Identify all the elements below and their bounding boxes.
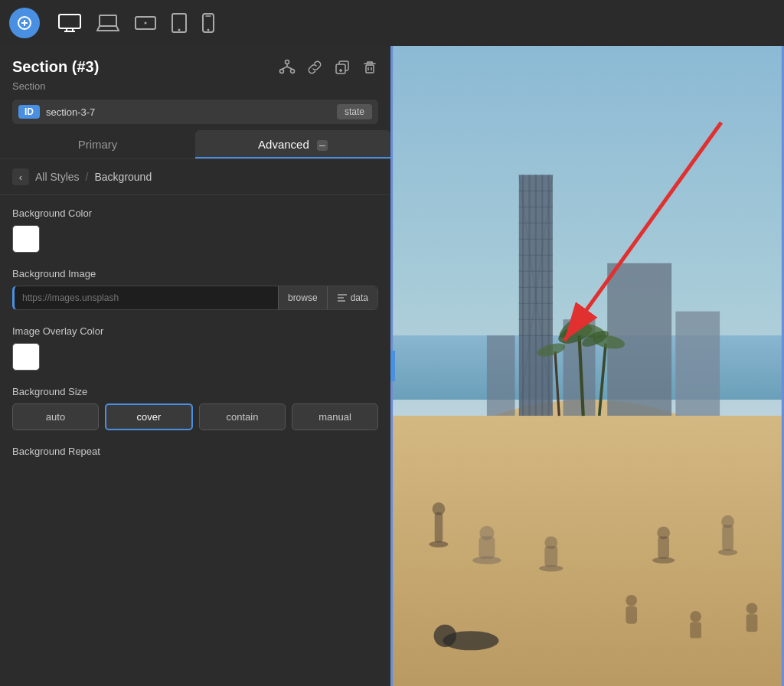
svg-rect-36 (522, 175, 524, 416)
size-btn-auto[interactable]: auto (12, 403, 99, 430)
svg-point-76 (433, 502, 446, 515)
svg-line-20 (287, 67, 292, 70)
tab-primary[interactable]: Primary (0, 130, 195, 158)
breadcrumb-separator: / (86, 171, 89, 183)
background-size-buttons: auto cover contain manual (12, 403, 378, 430)
size-btn-contain[interactable]: contain (199, 403, 286, 430)
element-header: Section (#3) (0, 46, 390, 130)
svg-point-88 (721, 515, 734, 528)
tablet-portrait-icon[interactable] (172, 13, 187, 33)
svg-rect-58 (619, 283, 626, 293)
svg-rect-64 (487, 335, 515, 416)
background-color-row (12, 225, 378, 253)
background-image-field: Background Image browse data (12, 268, 378, 310)
svg-point-91 (626, 595, 637, 606)
element-actions (279, 59, 378, 76)
svg-rect-56 (643, 267, 649, 277)
background-image-input-row: browse data (12, 286, 378, 310)
svg-point-9 (145, 22, 147, 24)
image-overlay-field: Image Overlay Color (12, 325, 378, 371)
add-button[interactable] (9, 8, 40, 38)
svg-point-13 (207, 29, 210, 31)
svg-rect-37 (528, 175, 530, 416)
link-icon[interactable] (306, 59, 323, 76)
svg-rect-94 (690, 622, 701, 639)
svg-rect-25 (366, 65, 374, 73)
tablet-landscape-icon[interactable] (135, 15, 156, 31)
svg-point-93 (690, 611, 701, 622)
svg-rect-96 (746, 614, 758, 632)
breadcrumb-current: Background (94, 171, 152, 183)
id-row: ID section-3-7 state (12, 100, 378, 124)
svg-point-90 (434, 625, 456, 647)
desktop-device-icon[interactable] (58, 14, 81, 32)
mobile-device-icon[interactable] (202, 13, 214, 33)
svg-point-79 (479, 526, 494, 541)
id-badge: ID (18, 105, 40, 119)
tab-advanced[interactable]: Advanced – (195, 130, 390, 158)
size-btn-cover[interactable]: cover (105, 403, 193, 430)
svg-rect-92 (626, 606, 637, 624)
svg-rect-60 (643, 283, 649, 293)
hierarchy-icon[interactable] (279, 59, 296, 76)
style-content: Background Color Background Image browse (0, 195, 390, 479)
right-preview (390, 46, 784, 686)
background-image-label: Background Image (12, 268, 378, 279)
background-image-url-input[interactable] (15, 286, 278, 309)
svg-rect-7 (100, 15, 116, 26)
delete-icon[interactable] (361, 59, 378, 76)
svg-rect-75 (435, 512, 443, 543)
svg-rect-84 (658, 536, 669, 558)
svg-rect-87 (722, 525, 733, 551)
background-repeat-label: Background Repeat (12, 446, 378, 457)
svg-rect-61 (655, 283, 662, 293)
duplicate-icon[interactable] (334, 59, 351, 76)
svg-point-82 (544, 536, 557, 549)
svg-point-15 (286, 60, 289, 64)
state-button[interactable]: state (337, 104, 372, 119)
element-title: Section (#3) (12, 58, 99, 76)
device-switcher (58, 13, 214, 33)
tab-minus-icon: – (317, 140, 328, 151)
overlay-color-swatch[interactable] (12, 343, 40, 371)
data-icon (337, 293, 348, 302)
svg-point-17 (291, 69, 295, 73)
svg-point-95 (746, 603, 758, 614)
breadcrumb-all-styles[interactable]: All Styles (35, 171, 80, 183)
svg-rect-54 (619, 267, 626, 277)
background-repeat-field: Background Repeat (12, 446, 378, 463)
svg-line-19 (282, 67, 287, 70)
id-value: section-3-7 (46, 106, 331, 118)
svg-point-85 (657, 527, 670, 540)
breadcrumb-back-button[interactable]: ‹ (12, 168, 29, 185)
main-layout: Section (#3) (0, 46, 784, 686)
svg-rect-59 (632, 283, 638, 293)
size-btn-manual[interactable]: manual (292, 403, 378, 430)
toolbar (0, 0, 784, 46)
background-color-label: Background Color (12, 207, 378, 219)
background-color-swatch[interactable] (12, 225, 40, 253)
data-button[interactable]: data (327, 286, 377, 309)
background-color-field: Background Color (12, 207, 378, 253)
background-size-label: Background Size (12, 386, 378, 397)
svg-point-11 (178, 29, 181, 31)
svg-rect-3 (59, 15, 80, 28)
background-size-field: Background Size auto cover contain manua… (12, 386, 378, 430)
browse-button[interactable]: browse (278, 286, 327, 309)
preview-canvas (390, 46, 784, 686)
svg-point-16 (280, 69, 284, 73)
collapse-handle[interactable] (390, 351, 395, 381)
svg-rect-55 (632, 267, 638, 277)
element-type: Section (12, 80, 378, 92)
laptop-device-icon[interactable] (96, 14, 119, 32)
svg-rect-57 (655, 267, 662, 277)
svg-rect-62 (675, 312, 720, 416)
overlay-color-row (12, 343, 378, 371)
svg-rect-39 (541, 175, 543, 416)
left-panel: Section (#3) (0, 46, 390, 686)
tabs: Primary Advanced – (0, 130, 390, 159)
svg-rect-40 (548, 175, 550, 416)
breadcrumb: ‹ All Styles / Background (0, 159, 390, 195)
image-overlay-label: Image Overlay Color (12, 325, 378, 337)
